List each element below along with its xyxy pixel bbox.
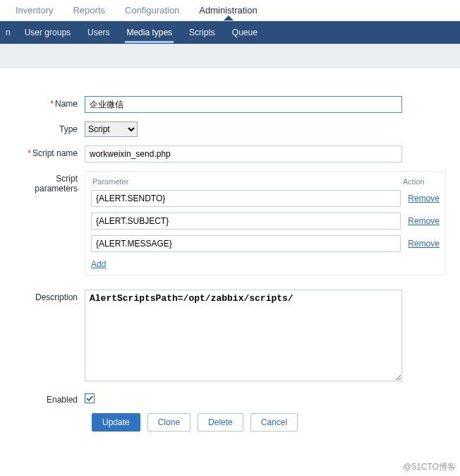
param-remove-link[interactable]: Remove — [408, 194, 440, 203]
description-label: Description — [14, 290, 85, 302]
subnav-scripts[interactable]: Scripts — [181, 22, 224, 43]
top-tab-administration[interactable]: Administration — [189, 1, 267, 20]
param-row: Remove — [91, 190, 440, 207]
enabled-checkbox[interactable] — [85, 393, 95, 403]
subnav-queue[interactable]: Queue — [224, 22, 266, 43]
top-tab-inventory[interactable]: Inventory — [6, 1, 63, 20]
subnav: n User groups Users Media types Scripts … — [0, 21, 460, 44]
params-header-parameter: Parameter — [92, 177, 403, 186]
delete-button[interactable]: Delete — [198, 413, 243, 432]
media-type-form: *Name Type Script *Script name Script pa… — [0, 68, 460, 439]
params-label: Script parameters — [14, 171, 85, 194]
param-input-2[interactable] — [91, 235, 401, 252]
subnav-media-types-label: Media types — [126, 28, 172, 37]
param-input-1[interactable] — [91, 213, 401, 230]
params-box: Parameter Action Remove Remove Remove Ad… — [85, 171, 446, 275]
subnav-user-groups[interactable]: User groups — [16, 22, 79, 43]
update-button[interactable]: Update — [92, 413, 140, 432]
description-textarea[interactable]: AlertScriptsPath=/opt/zabbix/scripts/ — [85, 290, 402, 381]
cancel-button[interactable]: Cancel — [250, 413, 298, 432]
param-row: Remove — [91, 235, 440, 252]
subnav-truncated[interactable]: n — [6, 22, 16, 43]
form-buttons: Update Clone Delete Cancel — [92, 413, 446, 432]
enabled-label: Enabled — [14, 392, 85, 405]
subnav-active-underline — [125, 41, 174, 43]
check-icon — [86, 395, 93, 402]
top-tab-configuration[interactable]: Configuration — [115, 1, 189, 20]
top-tabs: Inventory Reports Configuration Administ… — [0, 0, 460, 21]
type-label: Type — [14, 121, 85, 134]
filter-bar — [0, 44, 460, 68]
top-tab-reports[interactable]: Reports — [63, 1, 115, 20]
name-input[interactable] — [85, 96, 402, 113]
params-header-action: Action — [403, 177, 438, 186]
type-select[interactable]: Script — [85, 121, 138, 137]
scriptname-label: *Script name — [14, 145, 85, 158]
subnav-users[interactable]: Users — [79, 22, 118, 43]
active-tab-caret-icon — [224, 16, 234, 20]
scriptname-input[interactable] — [85, 145, 402, 162]
param-input-0[interactable] — [91, 190, 401, 207]
param-add-link[interactable]: Add — [91, 259, 106, 269]
clone-button[interactable]: Clone — [147, 413, 190, 432]
name-label: *Name — [14, 96, 85, 109]
param-remove-link[interactable]: Remove — [408, 239, 440, 249]
param-remove-link[interactable]: Remove — [408, 216, 440, 226]
top-tab-administration-label: Administration — [199, 5, 257, 16]
param-row: Remove — [91, 213, 440, 230]
subnav-media-types[interactable]: Media types — [118, 22, 181, 43]
